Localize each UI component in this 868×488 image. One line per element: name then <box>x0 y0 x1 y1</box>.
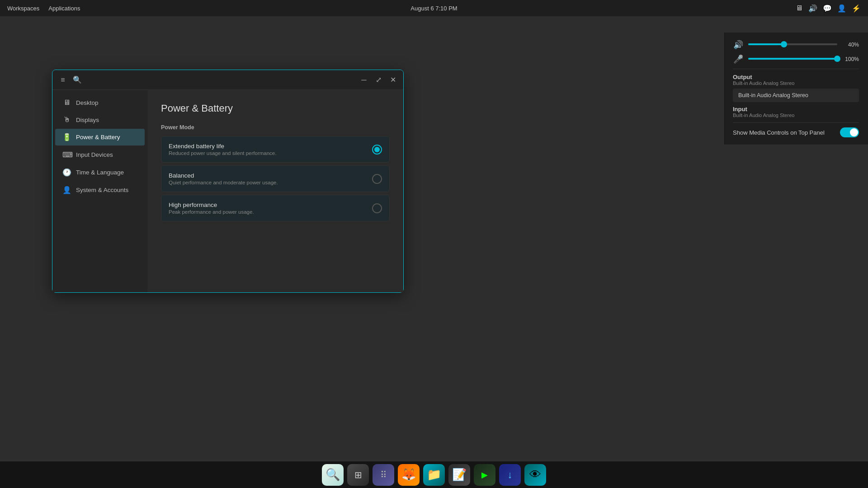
mic-thumb[interactable] <box>834 56 840 62</box>
screen-icon[interactable]: 🖥 <box>796 4 803 12</box>
sidebar-label-system-accounts: System & Accounts <box>76 187 128 193</box>
volume-icon[interactable]: 🔊 <box>808 4 817 13</box>
main-content: Power & Battery Power Mode Extended batt… <box>147 90 403 292</box>
volume-row: 🔊 40% <box>733 40 859 50</box>
dock-download[interactable]: ↓ <box>499 464 521 486</box>
toggle-knob <box>850 128 858 136</box>
desktop: ≡ 🔍 ─ ⤢ ✕ 🖥 Desktop 🖱 Displays 🔋 <box>0 16 868 461</box>
taskbar: 🔍 ⊞ ⠿ 🦊 📁 📝 ▶ ↓ 👁 <box>0 461 868 488</box>
output-section-title: Output <box>733 74 859 80</box>
volume-slider[interactable] <box>748 43 837 46</box>
power-option-title-high: High performance <box>169 202 254 208</box>
dock-windows[interactable]: ⊞ <box>347 464 369 486</box>
sidebar-item-desktop[interactable]: 🖥 Desktop <box>55 94 145 111</box>
dock-files[interactable]: 📁 <box>423 464 445 486</box>
mic-percent: 100% <box>842 56 859 62</box>
window-titlebar: ≡ 🔍 ─ ⤢ ✕ <box>52 70 403 90</box>
mic-icon: 🎤 <box>733 54 744 64</box>
power-option-high-performance[interactable]: High performance Peak performance and po… <box>161 195 390 221</box>
topbar: Workspaces Applications August 6 7:10 PM… <box>0 0 868 16</box>
sidebar-label-displays: Displays <box>76 117 99 123</box>
maximize-button[interactable]: ⤢ <box>373 75 383 85</box>
volume-track <box>748 43 837 45</box>
power-option-title-extended: Extended battery life <box>169 143 276 150</box>
minimize-button[interactable]: ─ <box>359 75 369 85</box>
sidebar-item-system-accounts[interactable]: 👤 System & Accounts <box>55 182 145 198</box>
clock-icon: 🕐 <box>62 168 71 177</box>
power-option-text-high: High performance Peak performance and po… <box>169 202 254 215</box>
mic-row: 🎤 100% <box>733 54 859 64</box>
topbar-datetime: August 6 7:10 PM <box>410 5 457 12</box>
keyboard-icon: ⌨ <box>62 150 71 159</box>
media-controls-label: Show Media Controls on Top Panel <box>733 129 825 136</box>
input-section-sub: Built-in Audio Analog Stereo <box>733 113 859 118</box>
battery-icon: 🔋 <box>62 133 71 141</box>
displays-icon: 🖱 <box>62 116 71 124</box>
close-button[interactable]: ✕ <box>388 75 398 85</box>
dock-notes[interactable]: 📝 <box>448 464 470 486</box>
volume-thumb[interactable] <box>781 41 787 47</box>
sidebar-item-time-language[interactable]: 🕐 Time & Language <box>55 164 145 181</box>
power-option-title-balanced: Balanced <box>169 172 278 179</box>
power-option-balanced[interactable]: Balanced Quiet performance and moderate … <box>161 165 390 192</box>
desktop-icon: 🖥 <box>62 99 71 107</box>
sidebar-item-power-battery[interactable]: 🔋 Power & Battery <box>55 129 145 145</box>
sidebar-item-displays[interactable]: 🖱 Displays <box>55 112 145 128</box>
search-button[interactable]: 🔍 <box>72 75 82 85</box>
power-option-desc-balanced: Quiet performance and moderate power usa… <box>169 180 278 185</box>
user-icon[interactable]: 👤 <box>837 4 846 13</box>
output-section-sub: Built-in Audio Analog Stereo <box>733 80 859 86</box>
audio-divider-2 <box>733 122 859 123</box>
sidebar-label-input-devices: Input Devices <box>76 151 113 158</box>
mic-track <box>748 58 837 60</box>
dock-magnifier[interactable]: 🔍 <box>322 464 344 486</box>
sidebar-label-desktop: Desktop <box>76 99 99 106</box>
mic-slider[interactable] <box>748 58 837 61</box>
audio-panel: 🔊 40% 🎤 100% Output Built-in Au <box>723 33 868 145</box>
settings-window: ≡ 🔍 ─ ⤢ ✕ 🖥 Desktop 🖱 Displays 🔋 <box>52 70 404 293</box>
power-option-text-balanced: Balanced Quiet performance and moderate … <box>169 172 278 185</box>
output-option[interactable]: Built-in Audio Analog Stereo <box>733 89 859 102</box>
applications-menu[interactable]: Applications <box>48 5 80 12</box>
input-section-title: Input <box>733 106 859 113</box>
dock-terminal[interactable]: ▶ <box>474 464 495 486</box>
sidebar-label-power-battery: Power & Battery <box>76 134 120 141</box>
menu-button[interactable]: ≡ <box>58 75 68 85</box>
topbar-left: Workspaces Applications <box>7 5 80 12</box>
dock-eye[interactable]: 👁 <box>524 464 546 486</box>
sidebar-label-time-language: Time & Language <box>76 169 124 176</box>
page-title: Power & Battery <box>161 103 390 114</box>
topbar-right: 🖥 🔊 💬 👤 ⚡ <box>796 4 861 13</box>
chat-icon[interactable]: 💬 <box>823 4 832 13</box>
account-icon: 👤 <box>62 186 71 194</box>
section-title: Power Mode <box>161 124 390 131</box>
volume-fill <box>748 43 784 45</box>
dock-grid[interactable]: ⠿ <box>373 464 394 486</box>
audio-divider-1 <box>733 69 859 69</box>
radio-inner-extended <box>374 147 380 152</box>
power-option-extended[interactable]: Extended battery life Reduced power usag… <box>161 136 390 163</box>
volume-percent: 40% <box>842 42 859 48</box>
sidebar-item-input-devices[interactable]: ⌨ Input Devices <box>55 146 145 163</box>
radio-high[interactable] <box>372 203 382 213</box>
speaker-icon: 🔊 <box>733 40 744 50</box>
sidebar: 🖥 Desktop 🖱 Displays 🔋 Power & Battery ⌨… <box>52 90 147 292</box>
dock-firefox[interactable]: 🦊 <box>398 464 420 486</box>
media-controls-toggle[interactable] <box>840 127 859 137</box>
power-option-desc-high: Peak performance and power usage. <box>169 209 254 215</box>
power-icon[interactable]: ⚡ <box>852 4 861 13</box>
radio-extended[interactable] <box>372 145 382 155</box>
power-option-text-extended: Extended battery life Reduced power usag… <box>169 143 276 156</box>
radio-balanced[interactable] <box>372 174 382 184</box>
mic-fill <box>748 58 837 60</box>
power-option-desc-extended: Reduced power usage and silent performan… <box>169 150 276 156</box>
workspaces-menu[interactable]: Workspaces <box>7 5 39 12</box>
media-controls-row: Show Media Controls on Top Panel <box>733 127 859 137</box>
window-body: 🖥 Desktop 🖱 Displays 🔋 Power & Battery ⌨… <box>52 90 403 292</box>
